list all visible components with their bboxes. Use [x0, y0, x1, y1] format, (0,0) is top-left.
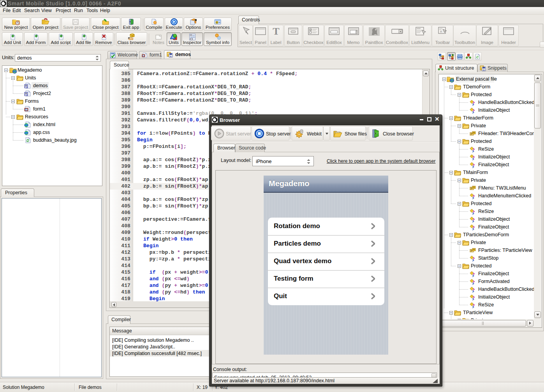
svg-text:R: R: [440, 30, 442, 33]
svg-text:T: T: [273, 26, 279, 37]
